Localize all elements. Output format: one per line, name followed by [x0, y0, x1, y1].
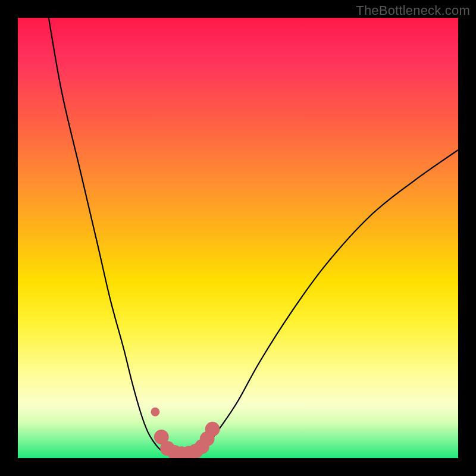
marker-dot — [151, 408, 159, 416]
watermark-text: TheBottleneck.com — [356, 3, 470, 18]
plot-area — [18, 18, 458, 458]
curve-layer — [18, 18, 458, 458]
chart-frame: TheBottleneck.com — [0, 0, 476, 476]
curve-right-branch — [198, 150, 458, 454]
marker-dot — [205, 422, 220, 437]
highlight-markers — [151, 408, 220, 458]
bottleneck-curve — [49, 18, 458, 456]
curve-left-branch — [49, 18, 168, 454]
